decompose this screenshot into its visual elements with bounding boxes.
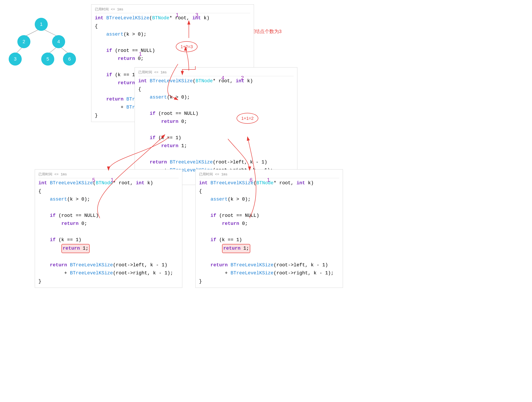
panel2-header: 已用时间 <= 1ms — [138, 70, 294, 76]
svg-text:1: 1 — [40, 21, 43, 27]
code-panel-3: 已用时间 <= 1ms int BTreeLevelKSize(BTNode* … — [35, 169, 182, 288]
panel2-num-left: 4 — [222, 75, 224, 81]
panel1-header: 已用时间 <= 1ms — [95, 7, 250, 13]
panel1-num-left: 1 — [176, 12, 179, 18]
svg-text:3: 3 — [14, 56, 17, 62]
panel2-num-right: 2 — [241, 75, 244, 81]
tree-diagram: 1 2 4 3 5 6 — [6, 13, 76, 74]
svg-text:2: 2 — [23, 39, 25, 44]
sum1-annotation: 1+2=3 — [176, 41, 197, 52]
code-panel-4: 已用时间 <= 1ms int BTreeLevelKSize(BTNode* … — [195, 169, 343, 288]
panel4-num-right: 1 — [267, 177, 270, 183]
call-label-1: 1 — [139, 51, 142, 57]
svg-text:5: 5 — [46, 56, 49, 62]
panel1-num-right: 3 — [195, 12, 198, 18]
panel3-header: 已用时间 <= 1ms — [38, 172, 179, 178]
panel4-code: int BTreeLevelKSize(BTNode* root, int k)… — [199, 179, 339, 285]
panel2-code: int BTreeLevelKSize(BTNode* root, int k)… — [138, 77, 294, 183]
panel3-num-right: 1 — [111, 177, 114, 183]
svg-text:4: 4 — [57, 39, 60, 44]
svg-text:6: 6 — [68, 56, 71, 62]
panel3-code: int BTreeLevelKSize(BTNode* root, int k)… — [38, 179, 179, 285]
code-panel-2: 已用时间 <= 1ms int BTreeLevelKSize(BTNode* … — [135, 67, 297, 185]
panel4-num-left: 6 — [250, 177, 253, 183]
sum2-annotation: 1+1=2 — [237, 113, 258, 124]
panel3-num-left: 5 — [92, 177, 95, 183]
